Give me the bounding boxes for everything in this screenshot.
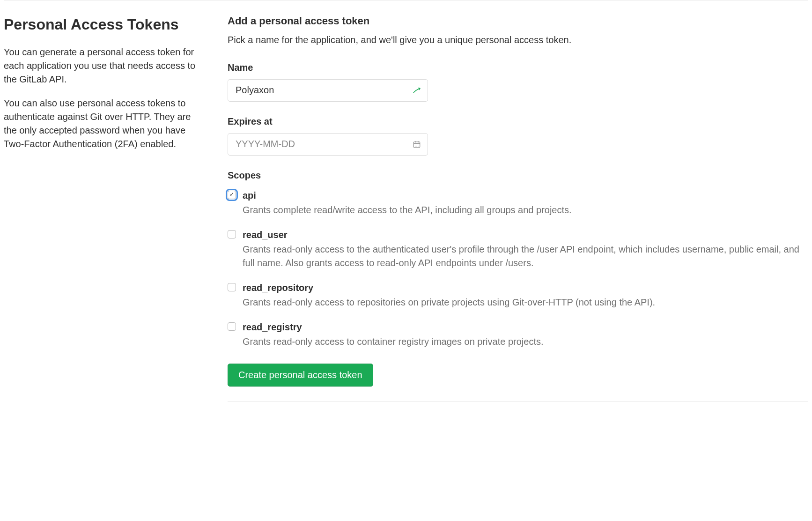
calendar-icon[interactable] bbox=[412, 140, 421, 149]
expires-label: Expires at bbox=[228, 115, 808, 128]
scope-checkbox-read_user[interactable]: ✓ bbox=[228, 230, 236, 238]
form-heading: Add a personal access token bbox=[228, 14, 808, 29]
bottom-divider bbox=[228, 402, 808, 402]
scope-description: Grants complete read/write access to the… bbox=[243, 203, 808, 217]
scope-description: Grants read-only access to the authentic… bbox=[243, 243, 808, 270]
sidebar-paragraph-2: You can also use personal access tokens … bbox=[4, 97, 205, 151]
scopes-label: Scopes bbox=[228, 169, 808, 182]
scope-description: Grants read-only access to repositories … bbox=[243, 296, 808, 309]
expires-input[interactable] bbox=[228, 133, 428, 156]
scope-name: read_user bbox=[243, 228, 808, 242]
scope-name: read_repository bbox=[243, 281, 808, 295]
scope-name: read_registry bbox=[243, 320, 808, 334]
name-input[interactable] bbox=[228, 79, 428, 102]
form-subheading: Pick a name for the application, and we'… bbox=[228, 33, 808, 47]
scope-item-read_repository: ✓read_repositoryGrants read-only access … bbox=[228, 281, 808, 309]
scope-description: Grants read-only access to container reg… bbox=[243, 335, 808, 349]
scope-item-read_registry: ✓read_registryGrants read-only access to… bbox=[228, 320, 808, 349]
scope-checkbox-read_registry[interactable]: ✓ bbox=[228, 322, 236, 331]
page-title: Personal Access Tokens bbox=[4, 14, 205, 35]
scope-checkbox-read_repository[interactable]: ✓ bbox=[228, 283, 236, 291]
scope-checkbox-api[interactable]: ✓ bbox=[228, 191, 236, 199]
create-token-button[interactable]: Create personal access token bbox=[228, 364, 373, 387]
scope-item-api: ✓apiGrants complete read/write access to… bbox=[228, 189, 808, 217]
name-label: Name bbox=[228, 61, 808, 74]
top-divider bbox=[4, 0, 808, 0]
sidebar-paragraph-1: You can generate a personal access token… bbox=[4, 45, 205, 86]
scope-name: api bbox=[243, 189, 808, 202]
arrow-icon bbox=[412, 86, 421, 95]
main-content: Add a personal access token Pick a name … bbox=[228, 14, 808, 402]
scope-item-read_user: ✓read_userGrants read-only access to the… bbox=[228, 228, 808, 270]
sidebar: Personal Access Tokens You can generate … bbox=[4, 14, 205, 402]
svg-rect-0 bbox=[413, 142, 420, 148]
